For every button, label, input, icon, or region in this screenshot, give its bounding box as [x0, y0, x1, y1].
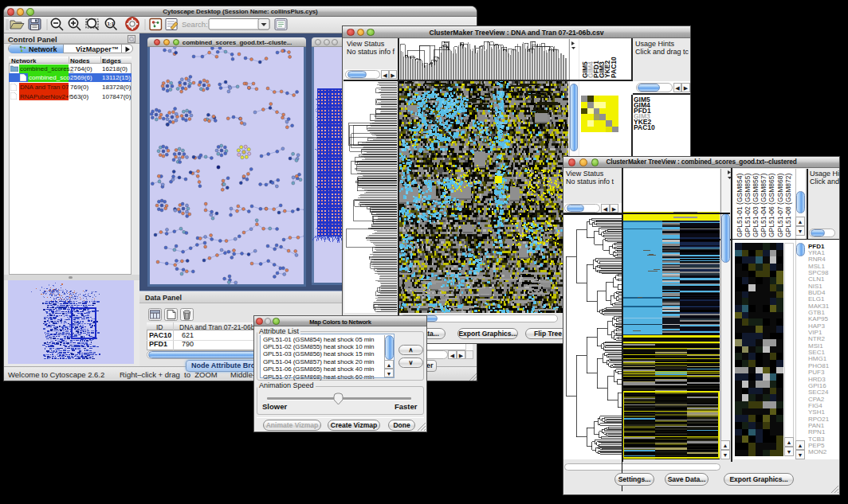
- svg-text:Search:: Search:: [182, 20, 208, 29]
- svg-text:1:1: 1:1: [108, 21, 115, 26]
